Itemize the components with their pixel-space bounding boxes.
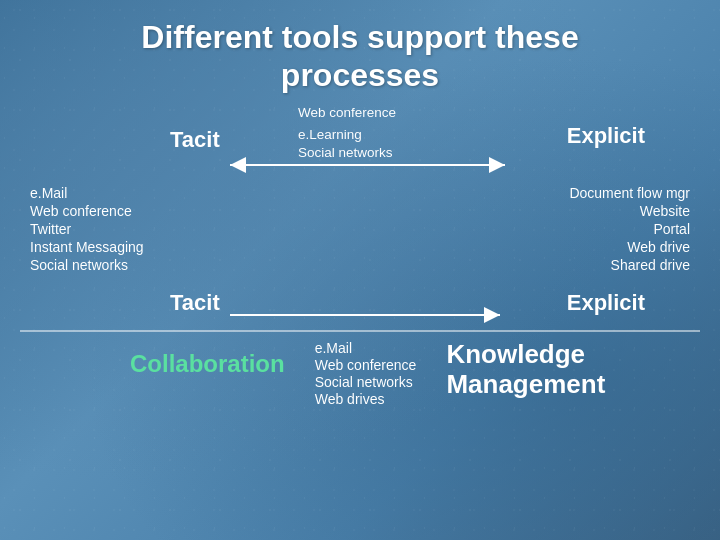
knowledge-management-label: KnowledgeManagement [446,340,605,400]
explicit-top-label: Explicit [567,123,645,149]
divider-horizontal [20,330,700,332]
explicit-bottom-label: Explicit [567,290,645,316]
right-item-webdrive: Web drive [569,239,690,255]
bottom-item-email: e.Mail [315,340,417,356]
bottom-list: e.Mail Web conference Social networks We… [315,340,417,407]
tacit-bottom-label: Tacit [170,290,220,316]
page-content: Different tools support these processes … [0,0,720,540]
left-item-email: e.Mail [30,185,144,201]
right-item-shareddrive: Shared drive [569,257,690,273]
title-line1: Different tools support these [141,19,578,55]
bottom-item-socialnet: Social networks [315,374,417,390]
right-item-portal: Portal [569,221,690,237]
top-web-conference-label: Web conference [298,105,396,120]
left-item-webconf: Web conference [30,203,144,219]
right-item-website: Website [569,203,690,219]
bottom-section: Collaboration e.Mail Web conference Soci… [0,340,720,407]
arrow-top [225,150,505,175]
left-column: e.Mail Web conference Twitter Instant Me… [30,185,144,273]
title-line2: processes [281,57,439,93]
tacit-top-label: Tacit [170,127,220,153]
bottom-item-webdrives: Web drives [315,391,417,407]
arrow-bottom [225,300,505,325]
elearning-label: e.Learning [298,127,362,142]
left-item-im: Instant Messaging [30,239,144,255]
collaboration-label: Collaboration [115,350,285,378]
left-item-twitter: Twitter [30,221,144,237]
bottom-item-webconf: Web conference [315,357,417,373]
right-item-docflow: Document flow mgr [569,185,690,201]
main-diagram-area: Web conference Tacit e.Learning Social n… [0,95,720,540]
right-column: Document flow mgr Website Portal Web dri… [569,185,690,273]
page-title: Different tools support these processes [141,18,578,95]
left-item-socialnet: Social networks [30,257,144,273]
